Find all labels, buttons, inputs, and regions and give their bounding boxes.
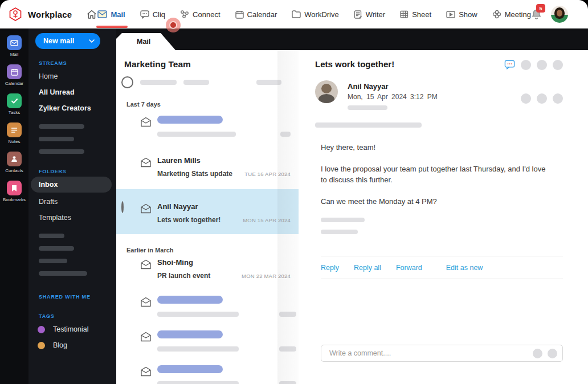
sidebar-item-inbox[interactable]: Inbox <box>31 177 112 193</box>
calendar-app-label: Calendar <box>5 81 23 86</box>
tag-testimonial[interactable]: Testimonial <box>28 321 116 337</box>
message-subject: Lets work together! <box>157 216 220 224</box>
edit-as-new-button[interactable]: Edit as new <box>446 264 483 272</box>
sidebar-skeleton <box>39 124 84 129</box>
comment-tool-placeholder[interactable] <box>533 349 542 358</box>
user-avatar[interactable] <box>551 6 568 23</box>
topnav-meeting[interactable]: Meeting <box>492 7 531 21</box>
recipient-skeleton <box>348 105 387 110</box>
forward-button[interactable]: Forward <box>396 264 422 272</box>
topnav-workdrive-label: WorkDrive <box>304 10 338 19</box>
streams-section-label: STREAMS <box>39 60 116 66</box>
sidebar-skeleton <box>39 259 67 263</box>
writer-icon <box>354 10 362 19</box>
app-mail[interactable]: Mail <box>7 35 22 57</box>
sidebar-item-all-unread[interactable]: All Unread <box>28 84 116 100</box>
sidebar-item-drafts[interactable]: Drafts <box>28 194 116 210</box>
tag-color-dot <box>38 342 45 349</box>
topnav-show[interactable]: Show <box>446 8 477 21</box>
sender-avatar <box>315 80 338 103</box>
sidebar-skeleton <box>39 246 74 251</box>
preview-skeleton <box>157 132 236 137</box>
mail-item-skeleton[interactable] <box>116 289 299 324</box>
topbar: Workplace Mail <box>0 0 588 28</box>
app-bookmarks[interactable]: Bookmarks <box>3 181 26 202</box>
tag-color-dot <box>38 326 45 333</box>
mail-app-label: Mail <box>10 52 19 57</box>
filter-skeleton <box>140 80 177 85</box>
toolbar-icon-placeholder[interactable] <box>521 60 531 70</box>
mail-item-anil-nayyar[interactable]: Anil Nayyar Lets work together! MON 15 A… <box>116 189 299 234</box>
sidebar-item-templates[interactable]: Templates <box>28 210 116 226</box>
topnav-connect-label: Connect <box>193 10 220 19</box>
topnav-writer-label: Writer <box>366 10 385 19</box>
tag-testimonial-label: Testimonial <box>53 325 89 333</box>
workdrive-icon <box>292 10 301 18</box>
app-contacts[interactable]: Contacts <box>5 152 23 173</box>
mail-app-icon <box>7 35 22 50</box>
brand-name: Workplace <box>28 10 72 19</box>
body-paragraph: Hey there, team! <box>321 142 549 153</box>
topnav-mail[interactable]: Mail <box>97 8 125 21</box>
toolbar-icon-placeholder[interactable] <box>553 60 563 70</box>
notification-badge: 5 <box>536 4 545 13</box>
topnav-workdrive[interactable]: WorkDrive <box>292 8 338 21</box>
mail-list: Marketing Team Last 7 days <box>116 50 299 384</box>
app-rail: Mail Calendar Tasks <box>0 28 28 384</box>
sidebar-item-home[interactable]: Home <box>28 68 116 84</box>
mail-item-skeleton[interactable] <box>116 358 299 384</box>
signature-skeleton <box>321 230 358 234</box>
notifications-bell-icon[interactable]: 5 <box>531 9 542 20</box>
message-select-circle[interactable] <box>121 201 124 213</box>
subject-skeleton <box>157 330 223 338</box>
sidebar-item-zylker-creators[interactable]: Zylker Creators <box>28 100 116 116</box>
divider <box>321 256 563 256</box>
new-mail-button[interactable]: New mail <box>35 33 100 49</box>
topnav-calendar[interactable]: Calendar <box>235 8 277 21</box>
signature-skeleton <box>321 218 365 222</box>
message-action-placeholder[interactable] <box>553 93 563 104</box>
scrollbar-track[interactable] <box>277 50 299 384</box>
open-envelope-icon <box>140 330 157 344</box>
app-calendar[interactable]: Calendar <box>5 64 23 86</box>
comment-tool-placeholder[interactable] <box>548 349 557 358</box>
toolbar-icon-placeholder[interactable] <box>537 60 547 70</box>
mail-item-shoi-ming[interactable]: Shoi-Ming PR launch event MON 22 MAR 202… <box>116 255 299 287</box>
preview-skeleton <box>157 312 239 317</box>
new-mail-label: New mail <box>43 37 74 45</box>
open-envelope-icon <box>140 365 157 379</box>
tab-mail[interactable]: Mail <box>116 33 175 50</box>
sender-name: Lauren Mills <box>157 156 291 165</box>
tag-blog[interactable]: Blog <box>28 337 116 353</box>
sheet-icon <box>400 10 409 19</box>
message-subject: Marketing Stats update <box>157 170 232 178</box>
bookmarks-app-label: Bookmarks <box>3 197 26 202</box>
topnav-writer[interactable]: Writer <box>354 8 385 21</box>
tasks-app-label: Tasks <box>9 110 20 115</box>
message-subject: PR launch event <box>157 272 210 280</box>
comment-input[interactable] <box>329 349 533 357</box>
topnav-sheet[interactable]: Sheet <box>400 8 431 21</box>
reader-sender-name: Anil Nayyar <box>348 82 438 91</box>
show-icon <box>446 11 455 18</box>
subject-skeleton <box>157 116 223 124</box>
home-icon[interactable] <box>86 9 97 20</box>
reply-button[interactable]: Reply <box>321 264 339 272</box>
topnav-connect[interactable]: Connect <box>180 7 220 21</box>
mail-item-skeleton[interactable] <box>116 324 299 358</box>
mail-item-lauren-mills[interactable]: Lauren Mills Marketing Stats update TUE … <box>116 149 299 185</box>
reply-all-button[interactable]: Reply all <box>354 264 381 272</box>
top-navigation: Mail Cliq C <box>97 7 531 21</box>
mail-icon <box>97 10 107 18</box>
mail-item-skeleton[interactable] <box>116 109 299 144</box>
message-action-placeholder[interactable] <box>521 93 531 104</box>
select-all-circle[interactable] <box>121 76 133 88</box>
message-action-placeholder[interactable] <box>537 93 547 104</box>
comment-bubble-icon[interactable] <box>504 59 515 70</box>
app-tasks[interactable]: Tasks <box>7 93 22 115</box>
app-notes[interactable]: Notes <box>7 122 22 144</box>
message-title: Lets work together! <box>315 59 394 69</box>
message-body: Hey there, team! I love the proposal you… <box>321 142 549 207</box>
topnav-cliq[interactable]: Cliq <box>140 8 165 21</box>
preview-skeleton <box>157 346 239 352</box>
